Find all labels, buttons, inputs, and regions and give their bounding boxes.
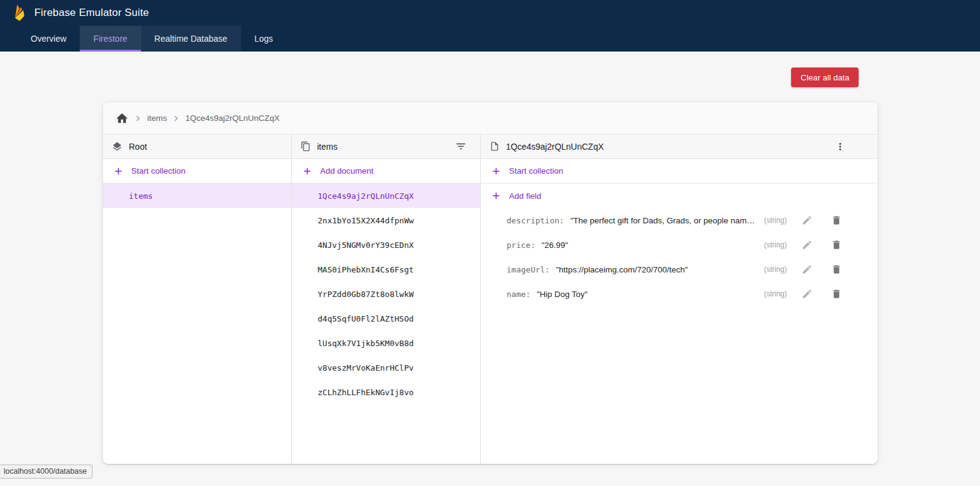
- plus-icon: [491, 190, 502, 201]
- plus-icon: [113, 166, 124, 177]
- root-panel: Root Start collection items: [103, 134, 292, 464]
- doc-start-collection-button[interactable]: Start collection: [481, 159, 878, 183]
- panel-columns: Root Start collection items items: [103, 134, 878, 464]
- field-value: "Hip Dog Toy": [537, 290, 757, 299]
- root-panel-header: Root: [103, 134, 291, 159]
- breadcrumb-segment[interactable]: 1Qce4s9aj2rQLnUnCZqX: [185, 114, 280, 123]
- collection-panel-header: items: [292, 134, 480, 159]
- field-key: description:: [507, 216, 564, 225]
- app-title-bar: Firebase Emulator Suite: [0, 0, 980, 26]
- field-key: price:: [507, 241, 535, 250]
- collection-panel-title: items: [317, 142, 337, 152]
- edit-field-button[interactable]: [802, 239, 813, 250]
- filter-documents-button[interactable]: [455, 141, 467, 152]
- delete-field-button[interactable]: [831, 239, 842, 250]
- field-value: "26.99": [542, 241, 757, 250]
- field-type: (string): [764, 290, 787, 298]
- firestore-root-icon: [112, 141, 123, 152]
- breadcrumb: items 1Qce4s9aj2rQLnUnCZqX: [103, 102, 878, 134]
- nav-tabs: OverviewFirestoreRealtime DatabaseLogs: [0, 26, 980, 52]
- delete-field-button[interactable]: [831, 215, 842, 226]
- tab-logs[interactable]: Logs: [241, 26, 286, 52]
- collection-list-item[interactable]: items: [103, 183, 291, 208]
- document-list-item[interactable]: v8veszMrVoKaEnrHClPv: [292, 355, 480, 380]
- document-list-item[interactable]: 2nx1bYo15X2X44dfpnWw: [292, 208, 480, 233]
- kebab-menu-icon[interactable]: [835, 141, 846, 152]
- start-collection-button[interactable]: Start collection: [103, 159, 291, 183]
- plus-icon: [491, 166, 502, 177]
- document-icon: [489, 141, 500, 152]
- field-key: name:: [507, 290, 530, 299]
- chevron-right-icon: [132, 113, 144, 124]
- delete-field-button[interactable]: [831, 264, 842, 275]
- tab-overview[interactable]: Overview: [17, 26, 80, 52]
- collection-panel: items Add document 1Qce4s9aj2rQLnUnCZqX2…: [292, 134, 481, 464]
- field-row: description:"The perfect gift for Dads, …: [481, 208, 878, 233]
- field-type: (string): [764, 241, 787, 249]
- tab-realtime-database[interactable]: Realtime Database: [141, 26, 241, 52]
- edit-field-button[interactable]: [802, 288, 813, 299]
- add-field-button[interactable]: Add field: [481, 183, 878, 208]
- document-list-item[interactable]: d4q5SqfU0Fl2lAZtHSOd: [292, 306, 480, 331]
- add-document-button[interactable]: Add document: [292, 159, 480, 183]
- field-type: (string): [764, 216, 787, 225]
- document-list-item[interactable]: 1Qce4s9aj2rQLnUnCZqX: [292, 183, 480, 208]
- plus-icon: [302, 166, 313, 177]
- doc-start-collection-label: Start collection: [509, 166, 564, 176]
- document-list-item[interactable]: lUsqXk7V1jkb5KM0vB8d: [292, 331, 480, 355]
- document-list-item[interactable]: YrPZdd0Gb87Zt8o8lwkW: [292, 282, 480, 306]
- delete-field-button[interactable]: [831, 288, 842, 299]
- breadcrumb-segment[interactable]: items: [147, 114, 167, 123]
- field-key: imageUrl:: [507, 265, 549, 274]
- start-collection-label: Start collection: [131, 166, 186, 176]
- firestore-card: items 1Qce4s9aj2rQLnUnCZqX Root Start co…: [103, 102, 878, 464]
- app-title: Firebase Emulator Suite: [34, 7, 149, 19]
- firebase-logo-icon: [13, 4, 26, 21]
- collection-icon: [301, 141, 311, 152]
- document-list-item[interactable]: zCLhZhLLFhEkNGvIj8vo: [292, 380, 480, 404]
- app-header: Firebase Emulator Suite OverviewFirestor…: [0, 0, 980, 52]
- field-list: description:"The perfect gift for Dads, …: [481, 208, 878, 464]
- field-row: price:"26.99"(string): [481, 233, 878, 257]
- status-link-preview: localhost:4000/database: [0, 465, 93, 479]
- field-value: "https://placeimg.com/720/700/tech": [556, 265, 756, 274]
- chevron-right-icon: [170, 113, 182, 124]
- document-panel-header: 1Qce4s9aj2rQLnUnCZqX: [481, 134, 878, 159]
- root-panel-title: Root: [129, 142, 147, 152]
- tab-firestore[interactable]: Firestore: [80, 26, 140, 52]
- document-list: 1Qce4s9aj2rQLnUnCZqX2nx1bYo15X2X44dfpnWw…: [292, 183, 480, 464]
- field-row: imageUrl:"https://placeimg.com/720/700/t…: [481, 257, 878, 282]
- clear-all-data-button[interactable]: Clear all data: [791, 68, 859, 87]
- field-value: "The perfect gift for Dads, Grads, or pe…: [570, 216, 757, 225]
- edit-field-button[interactable]: [802, 264, 813, 275]
- document-list-item[interactable]: 4NJvj5NGMv0rY39cEDnX: [292, 233, 480, 257]
- edit-field-button[interactable]: [802, 215, 813, 226]
- home-icon[interactable]: [115, 112, 129, 125]
- document-panel: 1Qce4s9aj2rQLnUnCZqX Start collection Ad…: [481, 134, 878, 464]
- field-type: (string): [764, 265, 787, 274]
- root-collection-list: items: [103, 183, 291, 464]
- document-panel-title: 1Qce4s9aj2rQLnUnCZqX: [506, 142, 604, 152]
- document-list-item[interactable]: MAS0iPhebXnI4Cs6Fsgt: [292, 257, 480, 282]
- add-field-label: Add field: [509, 191, 542, 201]
- field-row: name:"Hip Dog Toy"(string): [481, 282, 878, 306]
- add-document-label: Add document: [320, 166, 373, 176]
